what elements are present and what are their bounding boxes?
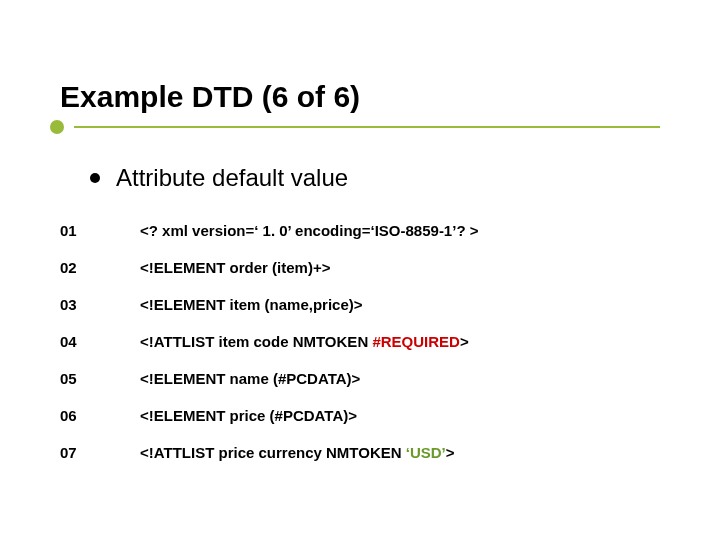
subtitle-row: Attribute default value — [90, 164, 660, 192]
title-underline — [0, 120, 660, 134]
accent-dot-icon — [50, 120, 64, 134]
line-number: 04 — [60, 333, 140, 350]
code-text-after: > — [446, 444, 455, 461]
code-text-before: <!ELEMENT item (name,price)> — [140, 296, 363, 313]
code-row: 07<!ATTLIST price currency NMTOKEN ‘USD’… — [60, 434, 660, 471]
code-line: <!ATTLIST price currency NMTOKEN ‘USD’> — [140, 444, 455, 461]
accent-line — [74, 126, 660, 128]
bullet-icon — [90, 173, 100, 183]
code-row: 02<!ELEMENT order (item)+> — [60, 249, 660, 286]
slide-body: Example DTD (6 of 6) Attribute default v… — [0, 0, 720, 511]
code-line: <!ELEMENT order (item)+> — [140, 259, 330, 276]
code-text-before: <? xml version=‘ 1. 0’ encoding=‘ISO-885… — [140, 222, 478, 239]
slide-title: Example DTD (6 of 6) — [60, 80, 660, 114]
code-row: 05<!ELEMENT name (#PCDATA)> — [60, 360, 660, 397]
line-number: 06 — [60, 407, 140, 424]
line-number: 05 — [60, 370, 140, 387]
line-number: 03 — [60, 296, 140, 313]
code-line: <!ATTLIST item code NMTOKEN #REQUIRED> — [140, 333, 469, 350]
code-text-before: <!ATTLIST price currency NMTOKEN — [140, 444, 406, 461]
code-text-before: <!ATTLIST item code NMTOKEN — [140, 333, 372, 350]
code-line: <!ELEMENT item (name,price)> — [140, 296, 363, 313]
code-line: <!ELEMENT name (#PCDATA)> — [140, 370, 360, 387]
line-number: 02 — [60, 259, 140, 276]
line-number: 01 — [60, 222, 140, 239]
code-highlight: ‘USD’ — [406, 444, 446, 461]
code-row: 03<!ELEMENT item (name,price)> — [60, 286, 660, 323]
code-row: 06<!ELEMENT price (#PCDATA)> — [60, 397, 660, 434]
code-highlight: #REQUIRED — [372, 333, 460, 350]
code-row: 04<!ATTLIST item code NMTOKEN #REQUIRED> — [60, 323, 660, 360]
code-text-before: <!ELEMENT order (item)+> — [140, 259, 330, 276]
code-text-after: > — [460, 333, 469, 350]
code-row: 01<? xml version=‘ 1. 0’ encoding=‘ISO-8… — [60, 212, 660, 249]
code-text-before: <!ELEMENT name (#PCDATA)> — [140, 370, 360, 387]
code-line: <!ELEMENT price (#PCDATA)> — [140, 407, 357, 424]
slide-subtitle: Attribute default value — [116, 164, 348, 192]
code-text-before: <!ELEMENT price (#PCDATA)> — [140, 407, 357, 424]
code-line: <? xml version=‘ 1. 0’ encoding=‘ISO-885… — [140, 222, 478, 239]
line-number: 07 — [60, 444, 140, 461]
code-table: 01<? xml version=‘ 1. 0’ encoding=‘ISO-8… — [60, 212, 660, 471]
